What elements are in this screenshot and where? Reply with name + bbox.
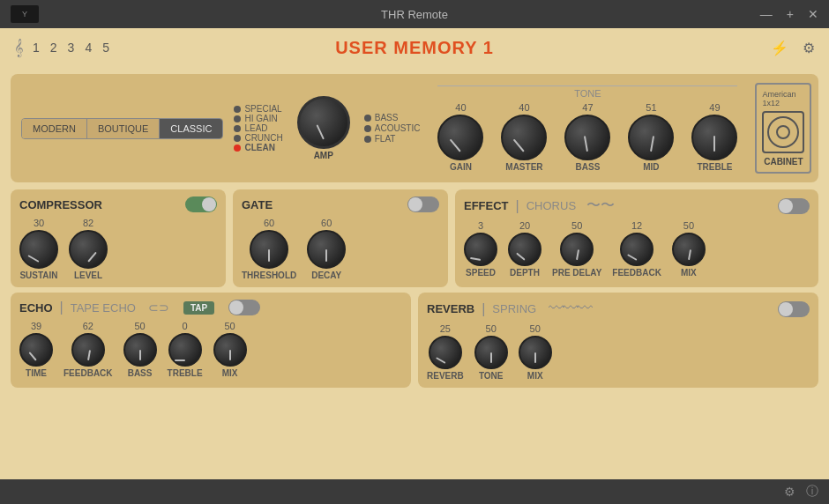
threshold-knob[interactable] — [250, 230, 288, 269]
comp-level-knob-container: 82 LEVEL — [69, 218, 108, 280]
effect-mix-knob[interactable] — [672, 233, 706, 266]
feedback-value: 12 — [631, 220, 642, 231]
echo-mix-knob[interactable] — [213, 333, 247, 367]
gain-label: GAIN — [450, 162, 472, 172]
preset-4[interactable]: 4 — [85, 41, 92, 55]
effect-toggle-knob — [779, 199, 793, 213]
main-body: MODERN BOUTIQUE CLASSIC SPECIAL HI GAIN … — [0, 67, 829, 504]
compressor-header: COMPRESSOR — [19, 196, 217, 212]
sustain-label: SUSTAIN — [19, 271, 57, 280]
echo-header: ECHO | TAPE ECHO ⊂⊃ TAP — [19, 300, 402, 315]
amp-model-higain[interactable]: HI GAIN — [234, 114, 277, 123]
main-header: 𝄞 1 2 3 4 5 USER MEMORY 1 ⚡ ⚙ — [0, 28, 829, 67]
gain-knob[interactable] — [437, 115, 483, 160]
amp-model-acoustic[interactable]: ACOUSTIC — [364, 123, 421, 133]
amp-model-bass[interactable]: BASS — [364, 113, 421, 122]
reverb-mix-knob[interactable] — [519, 336, 552, 369]
amp-model-lead[interactable]: LEAD — [234, 123, 267, 133]
reverb-tone-knob-container: 50 TONE — [474, 323, 508, 381]
bottom-settings-icon[interactable]: ⚙ — [784, 485, 795, 499]
echo-subtitle: TAPE ECHO — [71, 301, 136, 315]
cabinet-label: CABINET — [764, 157, 803, 167]
threshold-label: THRESHOLD — [242, 271, 296, 280]
amp-type-selector: MODERN BOUTIQUE CLASSIC — [21, 118, 223, 139]
amp-model-flat[interactable]: FLAT — [364, 134, 421, 144]
master-value: 40 — [519, 102, 529, 113]
effect-title: EFFECT — [464, 199, 509, 212]
speed-knob[interactable] — [464, 233, 497, 266]
preset-3[interactable]: 3 — [68, 41, 75, 55]
feedback-knob[interactable] — [620, 233, 653, 266]
reverb-tone-knob[interactable] — [474, 336, 508, 369]
memory-title: USER MEMORY 1 — [335, 38, 494, 58]
amp-main-knob[interactable] — [297, 96, 350, 149]
preset-icon-group: 𝄞 — [14, 39, 24, 57]
reverb-title: REVERB — [427, 302, 474, 315]
treble-value: 49 — [709, 102, 720, 113]
reverb-mix-value: 50 — [530, 323, 541, 334]
time-knob[interactable] — [19, 333, 53, 367]
echo-toggle[interactable] — [228, 300, 260, 315]
cabinet-speaker-inner — [767, 116, 799, 148]
amp-type-modern[interactable]: MODERN — [22, 119, 87, 138]
reverb-knobs: 25 REVERB 50 TONE 50 — [427, 323, 810, 381]
cabinet-speaker[interactable] — [762, 111, 804, 153]
amp-dot-bass — [364, 115, 371, 122]
decay-knob[interactable] — [307, 230, 346, 269]
speed-value: 3 — [478, 220, 483, 231]
echo-treble-knob[interactable] — [168, 333, 202, 367]
amp-type-classic[interactable]: CLASSIC — [160, 119, 222, 138]
amp-dot-lead — [234, 125, 241, 132]
echo-feedback-value: 62 — [83, 321, 93, 331]
amp-model-special[interactable]: SPECIAL — [234, 104, 281, 114]
amp-type-buttons: MODERN BOUTIQUE CLASSIC — [21, 118, 223, 139]
effect-toggle[interactable] — [778, 198, 810, 214]
gain-knob-container: 40 GAIN — [437, 102, 483, 172]
cabinet-section: American 1x12 CABINET — [755, 83, 811, 174]
settings-icon[interactable]: ⚙ — [803, 40, 815, 56]
amp-model-clean[interactable]: CLEAN — [234, 143, 274, 152]
reverb-mix-knob-container: 50 MIX — [519, 323, 552, 381]
minimize-button[interactable]: — — [760, 7, 773, 21]
mid-label: MID — [643, 162, 659, 172]
app-title: THR Remote — [381, 8, 448, 21]
predelay-value: 50 — [571, 220, 582, 231]
amp-type-boutique[interactable]: BOUTIQUE — [87, 119, 160, 138]
close-button[interactable]: ✕ — [808, 7, 818, 21]
compressor-toggle[interactable] — [185, 196, 217, 212]
echo-bass-knob[interactable] — [123, 333, 157, 367]
preset-5[interactable]: 5 — [102, 41, 109, 55]
gate-title: GATE — [242, 198, 273, 211]
reverb-tone-value: 50 — [486, 323, 497, 334]
reverb-toggle[interactable] — [778, 301, 810, 317]
comp-level-knob[interactable] — [69, 230, 108, 269]
mid-knob[interactable] — [628, 115, 674, 160]
bass-knob[interactable] — [564, 115, 610, 160]
treble-knob[interactable] — [691, 115, 737, 160]
reverb-panel: REVERB | SPRING 〰〰〰 25 REVERB 50 — [418, 293, 818, 388]
depth-knob-container: 20 DEPTH — [508, 220, 541, 278]
mid-knob-container: 51 MID — [628, 102, 674, 172]
app-logo: Y — [11, 5, 39, 23]
echo-bass-value: 50 — [134, 321, 145, 331]
guitar-icon: 𝄞 — [14, 39, 24, 57]
gate-header: GATE — [242, 196, 439, 212]
predelay-label: PRE DELAY — [552, 268, 601, 278]
echo-feedback-knob[interactable] — [71, 333, 105, 367]
tap-button[interactable]: TAP — [183, 301, 214, 315]
reverb-wave-icon: 〰〰〰 — [549, 300, 591, 318]
preset-2[interactable]: 2 — [50, 41, 57, 55]
gate-toggle[interactable] — [407, 196, 439, 212]
bottom-info-icon[interactable]: ⓘ — [806, 484, 818, 500]
sustain-knob[interactable] — [19, 230, 58, 269]
maximize-button[interactable]: + — [787, 7, 794, 21]
amp-model-crunch[interactable]: CRUNCH — [234, 133, 282, 143]
compressor-panel: COMPRESSOR 30 SUSTAIN 82 — [11, 189, 226, 287]
effect-mix-value: 50 — [683, 220, 694, 231]
master-knob[interactable] — [501, 115, 547, 160]
depth-knob[interactable] — [508, 233, 541, 266]
reverb-separator: | — [482, 301, 485, 317]
preset-1[interactable]: 1 — [33, 41, 40, 55]
predelay-knob[interactable] — [560, 233, 594, 266]
reverb-knob[interactable] — [429, 336, 462, 369]
